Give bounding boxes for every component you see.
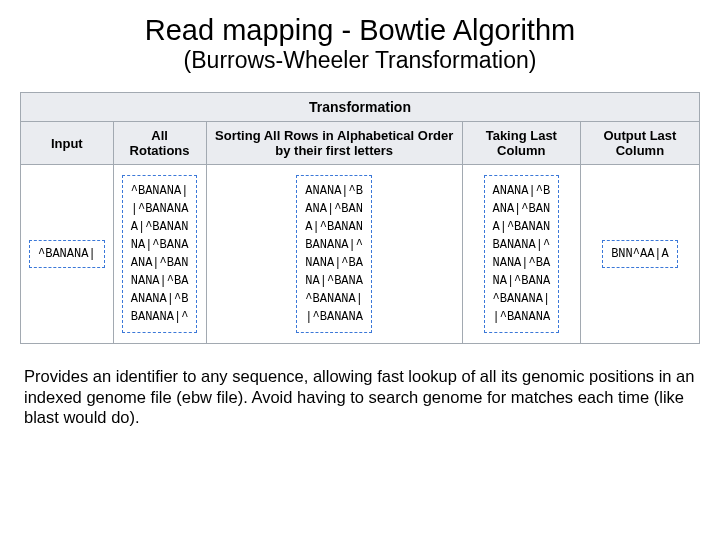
- page-subtitle: (Burrows-Wheeler Transformation): [20, 47, 700, 74]
- table-header-row: Input All Rotations Sorting All Rows in …: [21, 122, 700, 165]
- cell-output: BNN^AA|A: [580, 165, 699, 344]
- col-header-output: Output Last Column: [580, 122, 699, 165]
- col-header-rotations: All Rotations: [113, 122, 206, 165]
- transformation-table-wrap: Transformation Input All Rotations Sorti…: [20, 92, 700, 344]
- table-header-row-main: Transformation: [21, 93, 700, 122]
- col-header-input: Input: [21, 122, 114, 165]
- transformation-table: Transformation Input All Rotations Sorti…: [20, 92, 700, 344]
- output-box: BNN^AA|A: [602, 240, 678, 268]
- cell-taking: ANANA|^B ANA|^BAN A|^BANAN BANANA|^ NANA…: [462, 165, 580, 344]
- table-header-main: Transformation: [21, 93, 700, 122]
- slide: Read mapping - Bowtie Algorithm (Burrows…: [0, 0, 720, 454]
- cell-rotations: ^BANANA| |^BANANA A|^BANAN NA|^BANA ANA|…: [113, 165, 206, 344]
- col-header-sorting: Sorting All Rows in Alphabetical Order b…: [206, 122, 462, 165]
- page-title: Read mapping - Bowtie Algorithm: [20, 14, 700, 47]
- col-header-taking: Taking Last Column: [462, 122, 580, 165]
- table-data-row: ^BANANA| ^BANANA| |^BANANA A|^BANAN NA|^…: [21, 165, 700, 344]
- sorted-box: ANANA|^B ANA|^BAN A|^BANAN BANANA|^ NANA…: [296, 175, 372, 333]
- cell-input: ^BANANA|: [21, 165, 114, 344]
- taking-box: ANANA|^B ANA|^BAN A|^BANAN BANANA|^ NANA…: [484, 175, 560, 333]
- input-box: ^BANANA|: [29, 240, 105, 268]
- rotations-box: ^BANANA| |^BANANA A|^BANAN NA|^BANA ANA|…: [122, 175, 198, 333]
- caption-text: Provides an identifier to any sequence, …: [20, 366, 700, 428]
- cell-sorted: ANANA|^B ANA|^BAN A|^BANAN BANANA|^ NANA…: [206, 165, 462, 344]
